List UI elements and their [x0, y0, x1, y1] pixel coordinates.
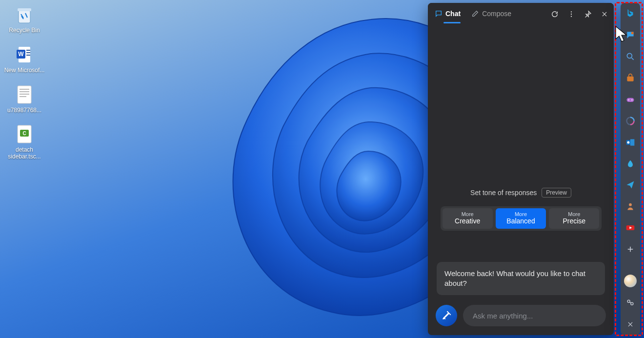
compose-tab-icon: [471, 10, 479, 18]
desktop-icon-text-file[interactable]: u78987768...: [4, 84, 45, 114]
shopping-icon[interactable]: [624, 72, 636, 84]
tone-line1: More: [551, 211, 597, 217]
desktop-icon-label: New Microsof...: [4, 67, 45, 74]
svg-rect-11: [20, 94, 29, 95]
svg-point-17: [571, 14, 572, 15]
chat-tab-icon: [435, 10, 443, 18]
svg-rect-27: [630, 139, 634, 145]
tone-line2: Creative: [444, 217, 491, 225]
svg-point-24: [631, 99, 632, 100]
refresh-icon[interactable]: [550, 10, 559, 19]
settings-icon[interactable]: [624, 297, 636, 309]
ask-input[interactable]: [472, 311, 597, 320]
more-icon[interactable]: [567, 10, 576, 19]
svg-rect-7: [26, 55, 30, 56]
avatar[interactable]: [624, 275, 637, 287]
svg-point-16: [571, 11, 572, 12]
svg-rect-21: [627, 76, 633, 81]
tone-heading: Set tone of responses: [470, 189, 537, 197]
tab-chat[interactable]: Chat: [435, 10, 461, 19]
svg-rect-5: [26, 50, 30, 51]
svg-point-23: [628, 99, 629, 100]
word-doc-icon: W: [14, 44, 35, 65]
tab-compose-label: Compose: [482, 10, 511, 18]
tone-line2: Balanced: [498, 217, 544, 225]
camtasia-file-icon: C: [14, 123, 35, 145]
panel-footer: [428, 299, 614, 335]
add-icon[interactable]: [624, 243, 636, 255]
outlook-icon[interactable]: [624, 137, 636, 148]
desktop-icon-label: Recycle Bin: [9, 27, 40, 34]
desktop-icon-detach-sidebar[interactable]: C detach sidebar.tsc...: [4, 123, 45, 160]
svg-point-18: [571, 16, 572, 17]
tone-line1: More: [498, 211, 544, 217]
drop-icon[interactable]: [624, 158, 636, 170]
close-icon[interactable]: [600, 10, 609, 19]
bing-icon[interactable]: [624, 8, 636, 20]
svg-rect-1: [18, 8, 31, 11]
svg-rect-0: [19, 10, 30, 23]
svg-rect-10: [20, 91, 29, 92]
tone-options: More Creative More Balanced More Precise: [441, 206, 602, 231]
tone-option-precise[interactable]: More Precise: [549, 208, 599, 229]
welcome-message: Welcome back! What would you like to cha…: [437, 262, 605, 296]
svg-rect-12: [20, 96, 26, 97]
tone-heading-row: Set tone of responses Preview: [437, 188, 605, 198]
svg-rect-22: [627, 98, 634, 101]
bing-chat-panel: Chat Compose Set: [428, 3, 614, 335]
desktop-icon-word-doc[interactable]: W New Microsof...: [4, 44, 45, 74]
desktop-icon-recycle-bin[interactable]: Recycle Bin: [4, 4, 45, 34]
person-icon[interactable]: [624, 200, 636, 212]
broom-icon: [441, 310, 452, 321]
tab-chat-label: Chat: [445, 10, 461, 18]
svg-text:W: W: [18, 51, 24, 58]
youtube-icon[interactable]: [624, 222, 636, 234]
panel-header: Chat Compose: [428, 3, 614, 25]
send-icon[interactable]: [624, 179, 636, 191]
desktop-icon-label: detach sidebar.tsc...: [4, 147, 45, 160]
svg-point-19: [631, 32, 634, 34]
svg-point-20: [627, 53, 632, 58]
panel-body: Set tone of responses Preview More Creat…: [428, 25, 614, 299]
games-icon[interactable]: [624, 94, 636, 105]
recycle-bin-icon: [14, 4, 35, 25]
text-file-icon: [14, 84, 35, 105]
svg-point-28: [627, 141, 629, 143]
collapse-sidebar-icon[interactable]: [624, 318, 636, 330]
office-icon[interactable]: [624, 115, 636, 127]
edge-sidebar: [621, 3, 640, 335]
desktop-icons: Recycle Bin W New Microsof... u7: [4, 4, 53, 160]
pin-icon[interactable]: [584, 10, 592, 19]
svg-rect-6: [26, 52, 30, 53]
new-topic-button[interactable]: [436, 305, 457, 326]
preview-badge: Preview: [542, 188, 571, 198]
ask-input-wrap[interactable]: [463, 305, 606, 326]
svg-rect-9: [20, 89, 29, 90]
desktop-icon-label: u78987768...: [7, 107, 41, 114]
svg-text:C: C: [22, 131, 26, 136]
tone-option-creative[interactable]: More Creative: [443, 208, 493, 229]
search-icon[interactable]: [624, 51, 636, 62]
tab-compose[interactable]: Compose: [471, 10, 511, 19]
tone-option-balanced[interactable]: More Balanced: [496, 208, 546, 229]
tone-line1: More: [444, 211, 491, 217]
chat-bubble-icon[interactable]: [624, 29, 636, 41]
tone-line2: Precise: [551, 217, 597, 225]
svg-point-29: [629, 203, 632, 206]
